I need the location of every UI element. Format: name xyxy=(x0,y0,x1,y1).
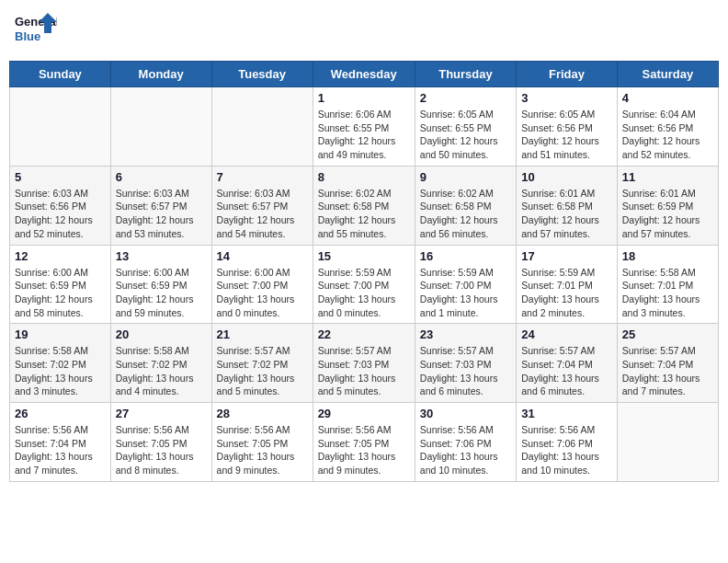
calendar-cell: 23Sunrise: 5:57 AM Sunset: 7:03 PM Dayli… xyxy=(415,324,516,403)
calendar-table: SundayMondayTuesdayWednesdayThursdayFrid… xyxy=(9,61,719,482)
day-info: Sunrise: 5:58 AM Sunset: 7:01 PM Dayligh… xyxy=(622,266,713,320)
calendar-cell xyxy=(10,87,111,167)
calendar-cell: 18Sunrise: 5:58 AM Sunset: 7:01 PM Dayli… xyxy=(617,245,718,324)
weekday-header-saturday: Saturday xyxy=(617,62,718,87)
day-number: 2 xyxy=(420,91,511,105)
day-number: 10 xyxy=(521,170,612,184)
day-info: Sunrise: 5:56 AM Sunset: 7:05 PM Dayligh… xyxy=(217,423,308,477)
day-info: Sunrise: 5:57 AM Sunset: 7:03 PM Dayligh… xyxy=(420,344,511,398)
calendar-cell: 31Sunrise: 5:56 AM Sunset: 7:06 PM Dayli… xyxy=(517,403,618,482)
logo-graphic: General Blue xyxy=(13,9,57,53)
day-number: 29 xyxy=(318,407,410,420)
calendar-cell: 11Sunrise: 6:01 AM Sunset: 6:59 PM Dayli… xyxy=(617,166,718,245)
day-number: 16 xyxy=(420,249,511,263)
day-info: Sunrise: 5:58 AM Sunset: 7:02 PM Dayligh… xyxy=(116,344,207,398)
weekday-header-monday: Monday xyxy=(110,62,211,87)
day-number: 1 xyxy=(318,91,410,105)
day-info: Sunrise: 5:56 AM Sunset: 7:05 PM Dayligh… xyxy=(318,423,410,477)
week-row-3: 12Sunrise: 6:00 AM Sunset: 6:59 PM Dayli… xyxy=(10,245,719,324)
week-row-1: 1Sunrise: 6:06 AM Sunset: 6:55 PM Daylig… xyxy=(10,87,719,167)
day-number: 5 xyxy=(15,170,106,184)
calendar-cell xyxy=(110,87,211,167)
day-number: 28 xyxy=(217,407,308,420)
calendar-cell: 17Sunrise: 5:59 AM Sunset: 7:01 PM Dayli… xyxy=(517,245,618,324)
day-number: 17 xyxy=(521,249,612,263)
day-info: Sunrise: 6:02 AM Sunset: 6:58 PM Dayligh… xyxy=(420,187,511,241)
day-number: 12 xyxy=(15,249,106,263)
day-number: 3 xyxy=(521,91,612,105)
calendar-cell: 12Sunrise: 6:00 AM Sunset: 6:59 PM Dayli… xyxy=(10,245,111,324)
day-number: 19 xyxy=(15,327,106,341)
day-number: 30 xyxy=(420,407,511,420)
calendar-cell: 10Sunrise: 6:01 AM Sunset: 6:58 PM Dayli… xyxy=(517,166,618,245)
calendar-cell: 5Sunrise: 6:03 AM Sunset: 6:56 PM Daylig… xyxy=(10,166,111,245)
day-info: Sunrise: 5:56 AM Sunset: 7:06 PM Dayligh… xyxy=(521,423,612,477)
day-info: Sunrise: 6:00 AM Sunset: 7:00 PM Dayligh… xyxy=(217,266,308,320)
day-info: Sunrise: 5:56 AM Sunset: 7:04 PM Dayligh… xyxy=(15,423,106,477)
day-number: 24 xyxy=(521,327,612,341)
day-number: 14 xyxy=(217,249,308,263)
day-info: Sunrise: 5:56 AM Sunset: 7:05 PM Dayligh… xyxy=(116,423,207,477)
day-info: Sunrise: 6:00 AM Sunset: 6:59 PM Dayligh… xyxy=(15,266,106,320)
day-info: Sunrise: 5:59 AM Sunset: 7:01 PM Dayligh… xyxy=(521,266,612,320)
day-number: 26 xyxy=(15,407,106,420)
page-header: General Blue xyxy=(9,9,719,53)
calendar-cell: 8Sunrise: 6:02 AM Sunset: 6:58 PM Daylig… xyxy=(313,166,415,245)
calendar-cell: 14Sunrise: 6:00 AM Sunset: 7:00 PM Dayli… xyxy=(211,245,313,324)
day-info: Sunrise: 6:04 AM Sunset: 6:56 PM Dayligh… xyxy=(622,108,713,162)
week-row-5: 26Sunrise: 5:56 AM Sunset: 7:04 PM Dayli… xyxy=(10,403,719,482)
day-info: Sunrise: 5:57 AM Sunset: 7:03 PM Dayligh… xyxy=(318,344,410,398)
calendar-cell xyxy=(617,403,718,482)
calendar-cell: 15Sunrise: 5:59 AM Sunset: 7:00 PM Dayli… xyxy=(313,245,415,324)
calendar-cell: 6Sunrise: 6:03 AM Sunset: 6:57 PM Daylig… xyxy=(110,166,211,245)
weekday-header-wednesday: Wednesday xyxy=(313,62,415,87)
day-info: Sunrise: 6:01 AM Sunset: 6:59 PM Dayligh… xyxy=(622,187,713,241)
day-number: 7 xyxy=(217,170,308,184)
day-info: Sunrise: 6:05 AM Sunset: 6:55 PM Dayligh… xyxy=(420,108,511,162)
day-number: 11 xyxy=(622,170,713,184)
weekday-header-row: SundayMondayTuesdayWednesdayThursdayFrid… xyxy=(10,62,719,87)
calendar-cell: 28Sunrise: 5:56 AM Sunset: 7:05 PM Dayli… xyxy=(211,403,313,482)
day-number: 23 xyxy=(420,327,511,341)
calendar-cell: 24Sunrise: 5:57 AM Sunset: 7:04 PM Dayli… xyxy=(517,324,618,403)
day-info: Sunrise: 5:57 AM Sunset: 7:04 PM Dayligh… xyxy=(622,344,713,398)
day-info: Sunrise: 5:57 AM Sunset: 7:04 PM Dayligh… xyxy=(521,344,612,398)
calendar-cell: 26Sunrise: 5:56 AM Sunset: 7:04 PM Dayli… xyxy=(10,403,111,482)
day-info: Sunrise: 5:56 AM Sunset: 7:06 PM Dayligh… xyxy=(420,423,511,477)
calendar-cell: 25Sunrise: 5:57 AM Sunset: 7:04 PM Dayli… xyxy=(617,324,718,403)
calendar-cell: 9Sunrise: 6:02 AM Sunset: 6:58 PM Daylig… xyxy=(415,166,516,245)
day-number: 27 xyxy=(116,407,207,420)
day-number: 13 xyxy=(116,249,207,263)
week-row-4: 19Sunrise: 5:58 AM Sunset: 7:02 PM Dayli… xyxy=(10,324,719,403)
weekday-header-tuesday: Tuesday xyxy=(211,62,313,87)
calendar-cell: 30Sunrise: 5:56 AM Sunset: 7:06 PM Dayli… xyxy=(415,403,516,482)
calendar-cell: 4Sunrise: 6:04 AM Sunset: 6:56 PM Daylig… xyxy=(617,87,718,167)
weekday-header-friday: Friday xyxy=(517,62,618,87)
day-number: 8 xyxy=(318,170,410,184)
weekday-header-sunday: Sunday xyxy=(10,62,111,87)
day-number: 31 xyxy=(521,407,612,420)
calendar-cell: 21Sunrise: 5:57 AM Sunset: 7:02 PM Dayli… xyxy=(211,324,313,403)
day-number: 15 xyxy=(318,249,410,263)
day-info: Sunrise: 6:03 AM Sunset: 6:57 PM Dayligh… xyxy=(217,187,308,241)
calendar-cell: 22Sunrise: 5:57 AM Sunset: 7:03 PM Dayli… xyxy=(313,324,415,403)
calendar-cell xyxy=(211,87,313,167)
calendar-cell: 29Sunrise: 5:56 AM Sunset: 7:05 PM Dayli… xyxy=(313,403,415,482)
day-info: Sunrise: 5:57 AM Sunset: 7:02 PM Dayligh… xyxy=(217,344,308,398)
day-number: 9 xyxy=(420,170,511,184)
day-info: Sunrise: 6:05 AM Sunset: 6:56 PM Dayligh… xyxy=(521,108,612,162)
day-number: 18 xyxy=(622,249,713,263)
day-number: 22 xyxy=(318,327,410,341)
calendar-cell: 7Sunrise: 6:03 AM Sunset: 6:57 PM Daylig… xyxy=(211,166,313,245)
day-info: Sunrise: 6:06 AM Sunset: 6:55 PM Dayligh… xyxy=(318,108,410,162)
day-number: 21 xyxy=(217,327,308,341)
calendar-cell: 27Sunrise: 5:56 AM Sunset: 7:05 PM Dayli… xyxy=(110,403,211,482)
day-info: Sunrise: 6:03 AM Sunset: 6:56 PM Dayligh… xyxy=(15,187,106,241)
day-info: Sunrise: 6:03 AM Sunset: 6:57 PM Dayligh… xyxy=(116,187,207,241)
calendar-cell: 1Sunrise: 6:06 AM Sunset: 6:55 PM Daylig… xyxy=(313,87,415,167)
calendar-cell: 16Sunrise: 5:59 AM Sunset: 7:00 PM Dayli… xyxy=(415,245,516,324)
day-info: Sunrise: 5:58 AM Sunset: 7:02 PM Dayligh… xyxy=(15,344,106,398)
day-info: Sunrise: 5:59 AM Sunset: 7:00 PM Dayligh… xyxy=(318,266,410,320)
calendar-cell: 3Sunrise: 6:05 AM Sunset: 6:56 PM Daylig… xyxy=(517,87,618,167)
day-info: Sunrise: 6:01 AM Sunset: 6:58 PM Dayligh… xyxy=(521,187,612,241)
